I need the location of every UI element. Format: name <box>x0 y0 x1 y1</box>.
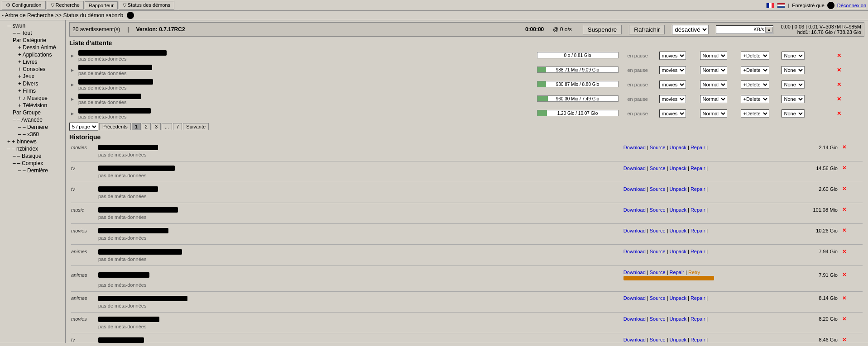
action-link[interactable]: Repair <box>691 249 705 254</box>
expand-arrow-icon[interactable]: ▸ <box>71 110 74 117</box>
history-delete-button[interactable]: ✕ <box>842 272 846 277</box>
flag-fr-icon[interactable] <box>766 3 774 8</box>
action-link[interactable]: Source <box>650 316 666 322</box>
status-demons-button[interactable]: ▽ Status des démons <box>119 1 174 9</box>
sidebar-item-tout[interactable]: – – Tout <box>0 29 65 37</box>
action-select[interactable]: +Delete <box>741 66 769 74</box>
priority-select[interactable]: Normal <box>700 52 727 60</box>
action-link[interactable]: Source <box>650 295 666 301</box>
queue-page3-button[interactable]: 3 <box>152 123 161 130</box>
sidebar-item-consoles[interactable]: + Consoles <box>0 66 65 73</box>
tree-label[interactable]: - Arbre de Recherche <box>2 12 53 19</box>
sidebar-item-applications[interactable]: + Applications <box>0 51 65 58</box>
queue-page2-button[interactable]: 2 <box>142 123 151 130</box>
category-select[interactable]: movies <box>659 66 686 74</box>
action-link[interactable]: Repair <box>670 270 684 275</box>
sidebar-item-divers[interactable]: + Divers <box>0 80 65 87</box>
history-delete-button[interactable]: ✕ <box>842 337 846 342</box>
action-link[interactable]: Download <box>623 270 646 275</box>
sidebar-item-dessin-anime[interactable]: + Dessin Animé <box>0 44 65 51</box>
action-link[interactable]: Repair <box>691 228 705 233</box>
history-delete-button[interactable]: ✕ <box>842 295 846 301</box>
action-link[interactable]: Source <box>650 270 666 275</box>
speed-arrow-button[interactable]: ▲ <box>765 27 773 33</box>
delete-button[interactable]: ✕ <box>837 110 841 117</box>
action-link[interactable]: Download <box>623 207 646 213</box>
action-link[interactable]: Unpack <box>670 295 686 301</box>
action-link[interactable]: Download <box>623 228 646 233</box>
sidebar-item-nzbindex[interactable]: – – nzbindex <box>0 145 65 152</box>
sidebar-item-jeux[interactable]: + Jeux <box>0 73 65 80</box>
queue-page1-button[interactable]: 1 <box>132 123 141 130</box>
queue-page7-button[interactable]: 7 <box>173 123 182 130</box>
history-delete-button[interactable]: ✕ <box>842 186 846 191</box>
sidebar-item-par-categorie[interactable]: Par Catégorie <box>0 37 65 44</box>
priority-select[interactable]: Normal <box>700 81 727 89</box>
action-link[interactable]: Unpack <box>670 249 686 254</box>
history-delete-button[interactable]: ✕ <box>842 165 846 171</box>
action-link[interactable]: Repair <box>691 186 705 192</box>
action-link[interactable]: Download <box>623 249 646 254</box>
action-select[interactable]: +Delete <box>741 52 769 60</box>
expand-arrow-icon[interactable]: ▸ <box>71 81 74 88</box>
history-delete-button[interactable]: ✕ <box>842 144 846 150</box>
sidebar-item-television[interactable]: + Télévision <box>0 102 65 109</box>
action-link[interactable]: Unpack <box>670 207 686 213</box>
post-process-select[interactable]: None <box>782 109 805 118</box>
sidebar-item-x360[interactable]: – – x360 <box>0 131 65 138</box>
priority-select[interactable]: Normal <box>700 109 727 118</box>
action-link[interactable]: Unpack <box>670 316 686 322</box>
retry-link[interactable]: Retry <box>688 270 700 275</box>
action-select[interactable]: +Delete <box>741 109 769 118</box>
action-link[interactable]: Download <box>623 295 646 301</box>
action-link[interactable]: Download <box>623 166 646 171</box>
action-link[interactable]: Source <box>650 249 666 254</box>
category-select[interactable]: movies <box>659 52 686 60</box>
flag-nl-icon[interactable] <box>777 3 785 8</box>
suspend-button[interactable]: Suspendre <box>583 25 622 34</box>
action-link[interactable]: Source <box>650 207 666 213</box>
action-link[interactable]: Repair <box>691 316 705 322</box>
action-link[interactable]: Unpack <box>670 166 686 171</box>
action-link[interactable]: Source <box>650 337 666 342</box>
queue-per-page-select[interactable]: 5 / page <box>69 123 98 131</box>
action-select[interactable]: +Delete <box>741 95 769 103</box>
sidebar-item-derniere1[interactable]: – – Dernière <box>0 123 65 131</box>
category-select[interactable]: movies <box>659 109 686 118</box>
post-process-select[interactable]: None <box>782 52 805 60</box>
action-link[interactable]: Source <box>650 228 666 233</box>
action-link[interactable]: Unpack <box>670 186 686 192</box>
action-link[interactable]: Unpack <box>670 228 686 233</box>
history-delete-button[interactable]: ✕ <box>842 316 846 322</box>
expand-arrow-icon[interactable]: ▸ <box>71 67 74 73</box>
action-link[interactable]: Source <box>650 186 666 192</box>
action-link[interactable]: Repair <box>691 207 705 213</box>
action-link[interactable]: Source <box>650 145 666 150</box>
mode-select[interactable]: désactivé <box>672 25 709 34</box>
action-link[interactable]: Download <box>623 186 646 192</box>
action-link[interactable]: Repair <box>691 295 705 301</box>
disconnect-link[interactable]: Déconnexion <box>837 3 866 8</box>
speed-input[interactable] <box>716 26 753 33</box>
sidebar-item-binnews[interactable]: + + binnews <box>0 138 65 145</box>
rapporteur-button[interactable]: Rapporteur <box>85 1 118 9</box>
expand-arrow-icon[interactable]: ▸ <box>71 52 74 59</box>
delete-button[interactable]: ✕ <box>837 67 841 73</box>
sidebar-item-derniere2[interactable]: – – Dernière <box>0 167 65 174</box>
history-delete-button[interactable]: ✕ <box>842 207 846 212</box>
action-select[interactable]: +Delete <box>741 81 769 89</box>
sidebar-item-par-groupe[interactable]: Par Groupe <box>0 109 65 116</box>
category-select[interactable]: movies <box>659 95 686 103</box>
post-process-select[interactable]: None <box>782 95 805 103</box>
priority-select[interactable]: Normal <box>700 95 727 103</box>
delete-button[interactable]: ✕ <box>837 96 841 102</box>
recherche-button[interactable]: ▽ Recherche <box>47 1 84 9</box>
sidebar-item-musique[interactable]: + ♪ Musique <box>0 95 65 102</box>
action-link[interactable]: Source <box>650 166 666 171</box>
expand-arrow-icon[interactable]: ▸ <box>71 96 74 102</box>
sidebar-item-complex[interactable]: – – Complex <box>0 160 65 167</box>
action-link[interactable]: Repair <box>691 145 705 150</box>
post-process-select[interactable]: None <box>782 66 805 74</box>
sidebar-item-livres[interactable]: + Livres <box>0 58 65 66</box>
refresh-button[interactable]: Rafraichir <box>629 25 665 34</box>
